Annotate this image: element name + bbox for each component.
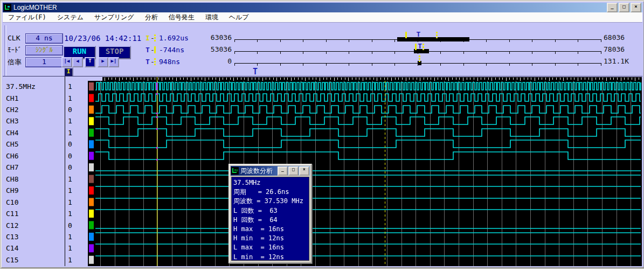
frequency-analysis-results: 37.5MHz 周期 = 26.6ns 周波数 = 37.530 MHz L 回… bbox=[231, 177, 309, 261]
result-period: 周期 = 26.6ns bbox=[233, 187, 309, 197]
slider-full-range: 0 131.1K bbox=[209, 55, 640, 67]
slider1-thumb[interactable] bbox=[397, 37, 469, 41]
clk-label: CLK bbox=[8, 34, 20, 42]
channel-row-15[interactable]: C151 bbox=[3, 254, 88, 266]
t-cursor-icon: T bbox=[146, 46, 150, 54]
clk-value-button[interactable]: 4 ns bbox=[25, 33, 63, 44]
mode-value-button[interactable]: ｼﾝｸﾞﾙ bbox=[25, 45, 63, 55]
slider-trigger-marker: T bbox=[416, 30, 420, 38]
channel-row-13[interactable]: C131 bbox=[3, 231, 88, 242]
result-l-min: L min = 12ns bbox=[233, 253, 309, 262]
menu-signal-gen[interactable]: 信号発生 bbox=[163, 12, 200, 23]
trigger-position-marker[interactable]: T bbox=[253, 67, 258, 77]
channel-row-2[interactable]: CH20 bbox=[3, 104, 88, 115]
channel-label-panel: 37.5MHz1 CH11 CH20 CH31 CH41 CH50 CH60 C… bbox=[3, 77, 88, 266]
menu-bar: ファイル(F) システム サンプリング 分析 信号発生 環境 ヘルプ bbox=[3, 12, 642, 23]
i-cursor-icon: I bbox=[146, 34, 150, 42]
result-h-min: H min = 12ns bbox=[233, 234, 309, 243]
dashed-cursor-icon bbox=[154, 34, 156, 41]
main-window: LogicMOTHER _ □ × ファイル(F) システム サンプリング 分析… bbox=[1, 1, 644, 268]
popup-minimize-button[interactable]: _ bbox=[278, 166, 288, 176]
slider-cursor-marker bbox=[415, 44, 417, 50]
menu-help[interactable]: ヘルプ bbox=[224, 12, 254, 23]
channel-row-3[interactable]: CH31 bbox=[3, 115, 88, 127]
mode-label: ﾓｰﾄﾞ bbox=[8, 46, 22, 54]
menu-sampling[interactable]: サンプリング bbox=[89, 12, 140, 23]
slider3-left-value: 0 bbox=[209, 57, 232, 65]
channel-row-6[interactable]: CH60 bbox=[3, 150, 88, 162]
hz-logo-icon: Hz bbox=[231, 167, 239, 175]
slider2-track[interactable]: T bbox=[234, 44, 601, 55]
waveform-display[interactable] bbox=[88, 77, 642, 266]
result-l-count: L 回数 = 63 bbox=[233, 206, 309, 216]
slider-cursor-marker bbox=[419, 55, 420, 62]
channel-row-14[interactable]: C141 bbox=[3, 242, 88, 254]
menu-file[interactable]: ファイル(F) bbox=[3, 12, 52, 23]
goto-trigger-button[interactable]: T bbox=[85, 57, 95, 67]
goto-end-button[interactable]: ▶| bbox=[108, 57, 119, 67]
magnification-value-button[interactable]: 1 bbox=[25, 57, 63, 67]
result-channel: 37.5MHz bbox=[233, 178, 309, 187]
i-cursor-value: 1.692us bbox=[159, 34, 189, 42]
popup-maximize-button[interactable]: □ bbox=[288, 166, 299, 176]
dashed-cursor-icon-2 bbox=[154, 58, 156, 65]
channel-row-11[interactable]: C111 bbox=[3, 208, 88, 219]
channel-row-12[interactable]: C120 bbox=[3, 220, 88, 231]
minimize-button[interactable]: _ bbox=[607, 3, 618, 12]
slider1-right-value: 68036 bbox=[604, 33, 625, 41]
result-frequency: 周波数 = 37.530 MHz bbox=[233, 197, 309, 206]
slider1-left-value: 63036 bbox=[209, 33, 232, 41]
slider-cursor-marker bbox=[423, 44, 424, 50]
menu-environment[interactable]: 環境 bbox=[200, 12, 224, 23]
slider3-right-value: 131.1K bbox=[604, 57, 629, 65]
channel-row-0[interactable]: 37.5MHz1 bbox=[3, 81, 88, 92]
readout-t-cursor-2: T - 948ns bbox=[146, 58, 180, 66]
svg-text:Hz: Hz bbox=[234, 168, 238, 172]
menu-analysis[interactable]: 分析 bbox=[140, 12, 163, 23]
t-cursor-icon-2: T bbox=[146, 58, 150, 66]
datetime-display: 10/23/06 14:42:11 bbox=[64, 34, 141, 43]
channel-row-7[interactable]: CH70 bbox=[3, 162, 88, 173]
slider-cursor-marker bbox=[436, 32, 438, 38]
result-l-max: L max = 16ns bbox=[233, 243, 309, 252]
step-back-button[interactable]: ◀ bbox=[72, 57, 83, 67]
slider-trigger-marker: T bbox=[418, 42, 422, 50]
slider-view-range: 63036 T 68036 bbox=[209, 32, 640, 44]
slider-cursor-marker bbox=[405, 32, 407, 38]
slider3-track[interactable] bbox=[234, 55, 601, 67]
maximize-button[interactable]: □ bbox=[619, 3, 629, 12]
channel-row-9[interactable]: CH91 bbox=[3, 185, 88, 196]
window-title: LogicMOTHER bbox=[13, 4, 57, 11]
close-button[interactable]: × bbox=[631, 3, 641, 12]
popup-title: 周波数分析 bbox=[240, 166, 273, 176]
result-h-max: H max = 16ns bbox=[233, 225, 309, 234]
slider-zoom-range: 53036 T 78036 bbox=[209, 44, 640, 55]
channel-row-1[interactable]: CH11 bbox=[3, 93, 88, 104]
popup-close-button[interactable]: × bbox=[299, 166, 309, 176]
app-logo-icon bbox=[4, 4, 11, 11]
magnification-label: 倍率 bbox=[8, 58, 22, 67]
slider2-left-value: 53036 bbox=[209, 45, 232, 53]
result-h-count: H 回数 = 64 bbox=[233, 216, 309, 225]
section-separator bbox=[3, 76, 642, 77]
readout-t-cursor-1: T - -744ns bbox=[146, 46, 184, 54]
goto-start-button[interactable]: |◀ bbox=[61, 57, 72, 67]
channel-row-10[interactable]: C101 bbox=[3, 197, 88, 208]
readout-i-cursor: I - 1.692us bbox=[146, 34, 189, 42]
channel-row-8[interactable]: CH81 bbox=[3, 173, 88, 185]
step-forward-button[interactable]: ▶ bbox=[98, 57, 108, 67]
solid-cursor-icon bbox=[154, 46, 156, 53]
t-cursor-value-1: -744ns bbox=[159, 46, 184, 54]
popup-title-bar[interactable]: Hz 周波数分析 _ □ × bbox=[231, 166, 310, 176]
menu-system[interactable]: システム bbox=[52, 12, 89, 23]
panel-divider bbox=[4, 25, 6, 76]
frequency-analysis-window: Hz 周波数分析 _ □ × 37.5MHz 周期 = 26.6ns 周波数 =… bbox=[228, 164, 312, 263]
title-bar[interactable]: LogicMOTHER _ □ × bbox=[3, 3, 642, 12]
channel-row-5[interactable]: CH50 bbox=[3, 138, 88, 150]
t-cursor-value-2: 948ns bbox=[159, 58, 180, 66]
channel-row-4[interactable]: CH41 bbox=[3, 127, 88, 138]
slider2-right-value: 78036 bbox=[604, 45, 625, 53]
